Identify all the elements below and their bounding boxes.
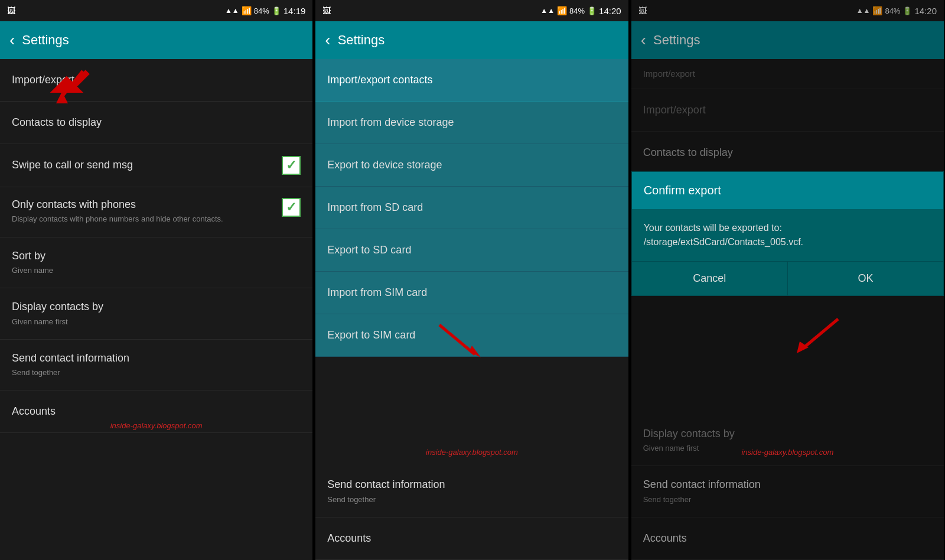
item-title-send-1: Send contact information — [12, 351, 301, 365]
dialog-body: Your contacts will be exported to: /stor… — [632, 209, 943, 261]
time-2: 14:20 — [599, 6, 621, 16]
item-text-only-phones-1: Only contacts with phones Display contac… — [12, 198, 282, 225]
confirm-export-dialog: Confirm export Your contacts will be exp… — [631, 171, 944, 296]
panel-1: 🖼 ▲▲ 📶 84% 🔋 14:19 ‹ Settings Import/exp… — [0, 0, 314, 560]
item-text-1: Import/export — [12, 73, 301, 87]
item-text-display-1: Display contacts by Given name first — [12, 300, 301, 327]
item-text-swipe-1: Swipe to call or send msg — [12, 158, 282, 172]
settings-item-sort-by-1[interactable]: Sort by Given name — [0, 237, 312, 289]
status-bar-1: 🖼 ▲▲ 📶 84% 🔋 14:19 — [0, 0, 312, 21]
settings-item-swipe-1[interactable]: Swipe to call or send msg — [0, 144, 312, 187]
import-sd-card-2[interactable]: Import from SD card — [315, 187, 628, 229]
item-text-send-1: Send contact information Send together — [12, 351, 301, 379]
item-subtitle-display-1: Given name first — [12, 317, 301, 327]
ok-button[interactable]: OK — [788, 262, 943, 295]
import-export-header-2[interactable]: Import/export contacts — [315, 59, 628, 102]
back-button-2[interactable]: ‹ — [325, 31, 330, 50]
item-title-import-export-1: Import/export — [12, 73, 301, 87]
time-1: 14:19 — [284, 6, 306, 16]
item-text-sort-1: Sort by Given name — [12, 249, 301, 276]
app-bar-2: ‹ Settings — [315, 21, 628, 59]
checkbox-only-phones-1[interactable] — [282, 198, 301, 217]
back-button-1[interactable]: ‹ — [9, 31, 15, 50]
status-icons-right-2: ▲▲ 📶 84% 🔋 14:20 — [540, 6, 621, 16]
item-title-swipe-1: Swipe to call or send msg — [12, 158, 282, 172]
status-icons-left-1: 🖼 — [7, 6, 15, 15]
dialog-title: Confirm export — [632, 172, 943, 209]
cancel-button[interactable]: Cancel — [632, 262, 788, 295]
dialog-buttons: Cancel OK — [632, 261, 943, 295]
export-sim-card-2[interactable]: Export to SIM card — [315, 314, 628, 357]
export-sd-card-2[interactable]: Export to SD card — [315, 229, 628, 272]
item-title-accounts-1: Accounts — [12, 405, 301, 418]
import-device-storage-2[interactable]: Import from device storage — [315, 102, 628, 144]
settings-item-send-contact-1[interactable]: Send contact information Send together — [0, 340, 312, 391]
status-icons-right-1: ▲▲ 📶 84% 🔋 14:19 — [225, 6, 305, 16]
settings-item-import-export-1[interactable]: Import/export — [0, 59, 312, 102]
app-bar-title-1: Settings — [22, 32, 69, 48]
item-subtitle-sort-1: Given name — [12, 265, 301, 276]
import-export-header-text-2: Import/export contacts — [327, 74, 432, 86]
status-icons-left-2: 🖼 — [322, 6, 331, 15]
signal-icon-2: ▲▲ — [540, 6, 555, 15]
wifi-icon-2: 📶 — [557, 6, 567, 15]
camera-icon-2: 🖼 — [322, 6, 331, 15]
settings-item-only-phones-1[interactable]: Only contacts with phones Display contac… — [0, 187, 312, 237]
panel-2: 🖼 ▲▲ 📶 84% 🔋 14:20 ‹ Settings Import/exp… — [315, 0, 629, 560]
battery-text-1: 84% — [254, 6, 269, 15]
checkbox-swipe-1[interactable] — [282, 156, 301, 175]
camera-icon-1: 🖼 — [7, 6, 15, 15]
item-text-accounts-1: Accounts — [12, 405, 301, 418]
item-subtitle-send-1: Send together — [12, 367, 301, 378]
item-subtitle-only-phones-1: Display contacts with phone numbers and … — [12, 214, 282, 224]
import-sim-card-2[interactable]: Import from SIM card — [315, 272, 628, 314]
item-title-display-1: Display contacts by — [12, 300, 301, 314]
settings-item-contacts-display-1[interactable]: Contacts to display — [0, 102, 312, 144]
watermark-1: inside-galaxy.blogspot.com — [110, 421, 203, 430]
send-contact-info-2[interactable]: Send contact information Send together — [315, 466, 628, 517]
watermark-2: inside-galaxy.blogspot.com — [426, 448, 518, 457]
settings-list-1: Import/export Contacts to display Swipe … — [0, 59, 312, 560]
battery-text-2: 84% — [569, 6, 585, 15]
app-bar-title-2: Settings — [338, 32, 385, 48]
item-title-sort-1: Sort by — [12, 249, 301, 263]
signal-icon-1: ▲▲ — [225, 6, 239, 15]
import-export-menu-2: Import/export contacts Import from devic… — [315, 59, 628, 357]
item-title-only-phones-1: Only contacts with phones — [12, 198, 282, 211]
watermark-3: inside-galaxy.blogspot.com — [741, 448, 833, 457]
item-text-cd-1: Contacts to display — [12, 116, 301, 129]
panel-3: 🖼 ▲▲ 📶 84% 🔋 14:20 ‹ Settings Import/exp… — [631, 0, 945, 560]
accounts-below-2[interactable]: Accounts — [315, 517, 628, 560]
item-title-contacts-display-1: Contacts to display — [12, 116, 301, 129]
export-device-storage-2[interactable]: Export to device storage — [315, 144, 628, 187]
battery-icon-2: 🔋 — [587, 6, 597, 15]
status-bar-2: 🖼 ▲▲ 📶 84% 🔋 14:20 — [315, 0, 628, 21]
below-menu-2: Send contact information Send together A… — [315, 466, 628, 560]
settings-item-display-by-1[interactable]: Display contacts by Given name first — [0, 288, 312, 340]
battery-icon-1: 🔋 — [272, 6, 281, 15]
app-bar-1: ‹ Settings — [0, 21, 312, 59]
wifi-icon-1: 📶 — [242, 6, 252, 15]
